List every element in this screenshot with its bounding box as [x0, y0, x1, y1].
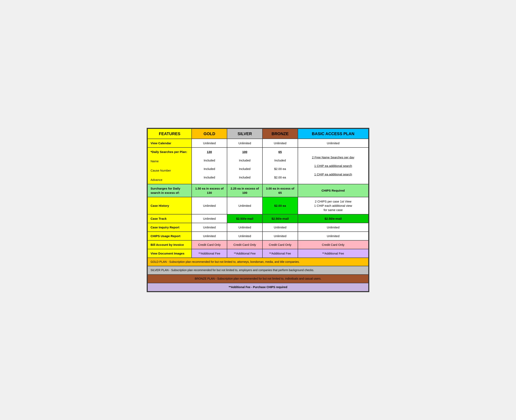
view-calendar-silver: Unlimited	[227, 139, 262, 148]
chips-usage-basic: Unlimited	[298, 232, 368, 240]
bill-silver: Credit Card Only	[227, 240, 262, 249]
case-inquiry-silver: Unlimited	[227, 223, 262, 232]
col-bronze: BRONZE	[262, 129, 298, 139]
advance-row-label: Advance	[151, 178, 190, 182]
footer-basic-row: **Additional Fee - Purchase CHIPS requir…	[148, 283, 368, 292]
view-calendar-basic: Unlimited	[298, 139, 368, 148]
case-history-gold: Unlimited	[192, 197, 227, 214]
col-silver: SILVER	[227, 129, 262, 139]
cause-basic: 1 CHIP ea additional search	[314, 164, 352, 167]
searches-silver-count: 100	[242, 150, 247, 154]
daily-searches-row: *Daily Searches per Plan: Name Cause Num…	[148, 148, 368, 184]
advance-bronze: $2.00 ea	[274, 176, 286, 179]
footer-gold-note: GOLD PLAN - Subscription plan recommende…	[148, 258, 368, 266]
case-history-row: Case History Unlimited Unlimited $2.00 e…	[148, 197, 368, 214]
doc-row: View Document Images **Additional Fee **…	[148, 249, 368, 258]
name-basic: 2 Free Name Searches per day	[312, 156, 354, 159]
advance-basic: 1 CHIP ea additional search	[314, 172, 352, 176]
searches-bronze-count: 65	[278, 150, 282, 154]
chips-usage-row: CHIPS Usage Report Unlimited Unlimited U…	[148, 232, 368, 240]
pricing-table: FEATURES GOLD SILVER BRONZE BASIC ACCESS…	[147, 128, 369, 292]
case-history-bronze: $2.00 ea	[262, 197, 298, 214]
surcharge-label: Surcharges for Daily search in excess of…	[148, 184, 192, 197]
searches-gold-col: 130 Included Included Included	[192, 148, 227, 184]
advance-silver: Included	[239, 176, 250, 179]
surcharge-bronze: 3.00 ea in excess of 65	[262, 184, 298, 197]
col-basic: BASIC ACCESS PLAN	[298, 129, 368, 139]
doc-gold: **Additional Fee	[192, 249, 227, 258]
view-calendar-label: View Calendar	[148, 139, 192, 148]
case-inquiry-bronze: Unlimited	[262, 223, 298, 232]
searches-bronze-col: 65 Included $2.00 ea $2.00 ea	[262, 148, 298, 184]
case-inquiry-row: Case Inquiry Report Unlimited Unlimited …	[148, 223, 368, 232]
case-track-bronze: $2.50/e-mail	[262, 214, 298, 223]
bill-basic: Credit Card Only	[298, 240, 368, 249]
searches-silver-col: 100 Included Included Included	[227, 148, 262, 184]
case-history-basic: 2 CHIPS per case 1st View 1 CHIP each ad…	[298, 197, 368, 214]
surcharge-silver: 2.25 ea in excess of 100	[227, 184, 262, 197]
name-bronze: Included	[274, 159, 286, 162]
daily-searches-label: *Daily Searches per Plan: Name Cause Num…	[148, 148, 192, 184]
searches-basic-col: 2 Free Name Searches per day 1 CHIP ea a…	[298, 148, 368, 184]
surcharge-gold: 1.50 ea in excess of 130	[192, 184, 227, 197]
footer-silver-note: SILVER PLAN - Subscription plan recommen…	[148, 266, 368, 275]
chips-usage-silver: Unlimited	[227, 232, 262, 240]
cause-bronze: $2.00 ea	[274, 167, 286, 171]
cause-gold: Included	[204, 167, 215, 171]
col-features: FEATURES	[148, 129, 192, 139]
surcharge-basic: CHIPS Required	[298, 184, 368, 197]
footer-basic-note: **Additional Fee - Purchase CHIPS requir…	[148, 283, 368, 292]
chips-usage-bronze: Unlimited	[262, 232, 298, 240]
bill-label: Bill Account by Invoice	[148, 240, 192, 249]
bill-bronze: Credit Card Only	[262, 240, 298, 249]
bill-gold: Credit Card Only	[192, 240, 227, 249]
cause-row-label: Cause Number	[151, 168, 190, 172]
name-gold: Included	[204, 159, 215, 162]
daily-searches-header-text: *Daily Searches per Plan:	[151, 150, 187, 154]
chips-usage-gold: Unlimited	[192, 232, 227, 240]
advance-gold: Included	[204, 176, 215, 179]
case-track-gold: Unlimited	[192, 214, 227, 223]
chips-usage-label: CHIPS Usage Report	[148, 232, 192, 240]
case-inquiry-basic: Unlimited	[298, 223, 368, 232]
doc-bronze: **Additional Fee	[262, 249, 298, 258]
case-history-label: Case History	[148, 197, 192, 214]
case-track-basic: $2.50/e-mail	[298, 214, 368, 223]
view-calendar-bronze: Unlimited	[262, 139, 298, 148]
footer-gold-row: GOLD PLAN - Subscription plan recommende…	[148, 258, 368, 266]
header-row: FEATURES GOLD SILVER BRONZE BASIC ACCESS…	[148, 129, 368, 139]
case-track-label: Case Track	[148, 214, 192, 223]
footer-bronze-note: BRONZE PLAN - Subscription plan recommen…	[148, 275, 368, 283]
view-calendar-gold: Unlimited	[192, 139, 227, 148]
doc-basic: **Additional Fee	[298, 249, 368, 258]
case-inquiry-gold: Unlimited	[192, 223, 227, 232]
name-row-label: Name	[151, 159, 190, 163]
case-inquiry-label: Case Inquiry Report	[148, 223, 192, 232]
doc-silver: **Additional Fee	[227, 249, 262, 258]
case-track-silver: $2.50/e-mail	[227, 214, 262, 223]
footer-silver-row: SILVER PLAN - Subscription plan recommen…	[148, 266, 368, 275]
cause-silver: Included	[239, 167, 250, 171]
searches-gold-count: 130	[207, 150, 212, 154]
doc-label: View Document Images	[148, 249, 192, 258]
footer-bronze-row: BRONZE PLAN - Subscription plan recommen…	[148, 275, 368, 283]
case-track-row: Case Track Unlimited $2.50/e-mail $2.50/…	[148, 214, 368, 223]
case-history-silver: Unlimited	[227, 197, 262, 214]
view-calendar-row: View Calendar Unlimited Unlimited Unlimi…	[148, 139, 368, 148]
name-silver: Included	[239, 159, 250, 162]
col-gold: GOLD	[192, 129, 227, 139]
bill-row: Bill Account by Invoice Credit Card Only…	[148, 240, 368, 249]
surcharge-row: Surcharges for Daily search in excess of…	[148, 184, 368, 197]
